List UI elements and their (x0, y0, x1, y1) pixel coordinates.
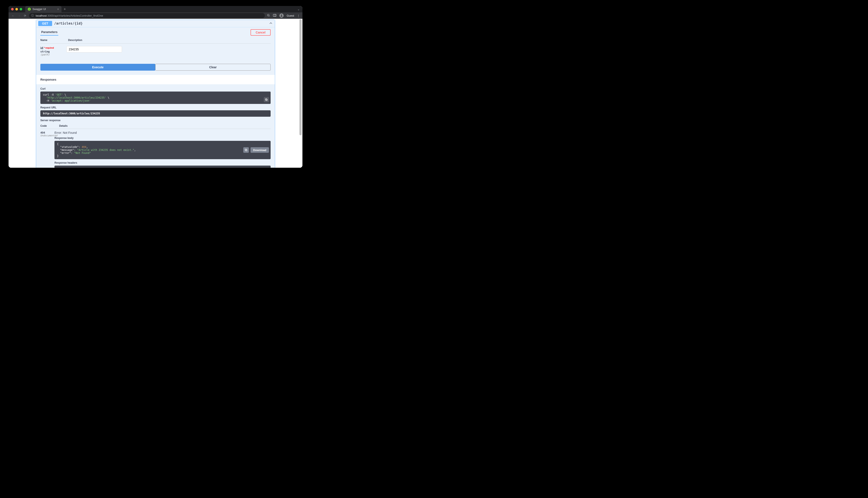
svg-rect-8 (245, 149, 246, 150)
operation-summary[interactable]: GET /articles/{id} (36, 20, 275, 27)
param-col-name: Name (40, 39, 55, 42)
tab-close-icon[interactable]: × (57, 8, 59, 11)
curl-block: curl -X 'GET' \ 'http://localhost:3000/a… (40, 92, 271, 104)
clear-button[interactable]: Clear (155, 64, 271, 70)
kebab-menu-icon[interactable]: ⋮ (297, 14, 300, 17)
response-status-code: 404 (40, 131, 54, 134)
response-headers-block: connection: keep-alive content-length: 8… (54, 166, 271, 168)
operation-path: /articles/{id} (54, 22, 82, 25)
chevron-up-icon[interactable] (269, 21, 273, 26)
page-content: GET /articles/{id} Parameters Cancel Nam… (9, 19, 303, 168)
param-value-input[interactable] (66, 46, 122, 52)
param-type: string (40, 50, 55, 53)
cancel-button[interactable]: Cancel (251, 29, 271, 36)
panel-icon[interactable] (273, 14, 276, 17)
site-info-icon[interactable]: ⓘ (31, 14, 34, 17)
url-host: localhost (36, 14, 47, 17)
response-body-block: { "statusCode": 404, "message": "Article… (54, 141, 271, 159)
svg-rect-7 (246, 149, 247, 151)
parameters-header: Parameters Cancel (36, 27, 275, 36)
response-body-label: Response body (54, 136, 271, 140)
response-headers-label: Response headers (54, 161, 271, 164)
minimize-window-icon[interactable] (15, 8, 18, 11)
request-url-block: http://localhost:3000/articles/234235 (40, 110, 271, 117)
param-required-badge: required (44, 47, 54, 49)
reload-icon[interactable]: ⟳ (23, 14, 27, 17)
svg-point-0 (267, 14, 269, 16)
maximize-window-icon[interactable] (20, 8, 22, 11)
forward-icon[interactable]: → (17, 14, 21, 17)
undocumented-label: Undocumented (40, 134, 54, 137)
http-method-badge: GET (38, 21, 52, 26)
tab-title: Swagger UI (33, 8, 46, 11)
profile-avatar-icon[interactable] (279, 13, 284, 18)
execute-button[interactable]: Execute (40, 64, 155, 70)
address-bar: ← → ⟳ ⓘ localhost:3000/api/#/articles/Ar… (9, 12, 303, 19)
vertical-scrollbar[interactable] (299, 19, 302, 168)
svg-line-1 (269, 16, 270, 16)
request-url-label: Request URL (40, 106, 271, 109)
toolbar-right: Guest ⋮ (267, 13, 300, 18)
url-input[interactable]: ⓘ localhost:3000/api/#/articles/Articles… (29, 13, 265, 18)
swagger-favicon-icon: {} (28, 8, 31, 11)
new-tab-button[interactable]: + (64, 7, 66, 11)
param-name: id (40, 46, 43, 50)
copy-response-icon[interactable] (243, 147, 249, 153)
browser-tab[interactable]: {} Swagger UI × (25, 6, 62, 12)
url-path: :3000/api/#/articles/ArticlesController_… (47, 14, 103, 17)
download-button[interactable]: Download (251, 147, 269, 153)
traffic-lights (11, 8, 22, 11)
back-icon[interactable]: ← (11, 14, 15, 17)
tab-expand-icon[interactable]: ⌄ (297, 8, 300, 11)
param-col-description: Description (68, 39, 82, 42)
operation-block: GET /articles/{id} Parameters Cancel Nam… (36, 19, 275, 168)
param-in: (path) (40, 53, 55, 56)
copy-curl-icon[interactable] (264, 97, 269, 102)
svg-rect-6 (265, 99, 267, 100)
svg-rect-5 (266, 99, 267, 101)
error-line: Error: Not Found (54, 131, 271, 134)
close-window-icon[interactable] (11, 8, 14, 11)
param-row: idrequired string (path) (40, 43, 271, 61)
resp-col-code: Code (40, 124, 53, 127)
zoom-icon[interactable] (267, 14, 270, 17)
titlebar: {} Swagger UI × + ⌄ (9, 6, 303, 12)
parameters-tab[interactable]: Parameters (40, 29, 58, 36)
browser-window: {} Swagger UI × + ⌄ ← → ⟳ ⓘ localhost:30… (9, 6, 303, 168)
svg-rect-2 (273, 14, 276, 16)
server-response-label: Server response (40, 119, 271, 122)
svg-point-4 (281, 14, 282, 16)
guest-label: Guest (286, 14, 294, 17)
curl-label: Curl (40, 87, 271, 90)
resp-col-details: Details (59, 124, 67, 127)
responses-heading: Responses (36, 75, 275, 84)
